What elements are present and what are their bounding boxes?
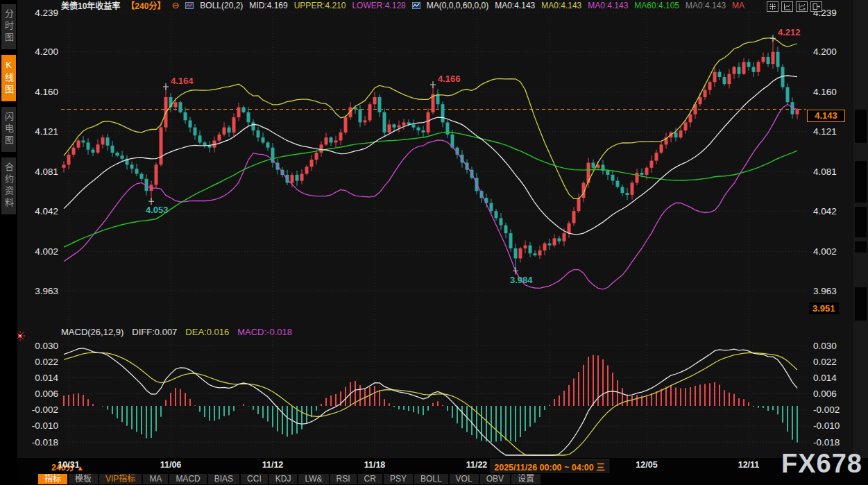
toolbar-item-MA[interactable]: MA bbox=[143, 474, 168, 484]
diff-line bbox=[64, 348, 797, 455]
svg-text:4.212: 4.212 bbox=[778, 27, 801, 37]
pane-shift-right-icon[interactable] bbox=[796, 1, 808, 12]
sidebar-tab-3[interactable]: 合约资料 bbox=[1, 158, 16, 214]
svg-text:4.053: 4.053 bbox=[146, 205, 169, 215]
ma-value: MA bbox=[732, 1, 744, 10]
svg-text:4.166: 4.166 bbox=[438, 74, 461, 84]
svg-text:4.121: 4.121 bbox=[813, 126, 837, 137]
ma-values: MA0:4.143MA0:4.143MA0:4.143MA60:4.105MA0… bbox=[495, 1, 744, 10]
x-axis-label: 10/31 bbox=[58, 460, 79, 470]
ma60-line bbox=[64, 132, 797, 247]
svg-text:4.164: 4.164 bbox=[171, 76, 194, 86]
macd-pane bbox=[64, 348, 797, 455]
svg-text:0.006: 0.006 bbox=[813, 389, 837, 399]
toolbar-item-CCI[interactable]: CCI bbox=[241, 474, 268, 484]
svg-text:3.963: 3.963 bbox=[35, 286, 58, 296]
x-axis-row: 240分 ▲ 10/3111/0611/1211/1811/222025/11/… bbox=[0, 458, 868, 473]
collapse-indicator-icon[interactable]: ⊖ bbox=[171, 0, 179, 10]
ma-chart-icon[interactable] bbox=[412, 1, 420, 10]
price-annotations: 4.1644.0534.1663.9844.212 bbox=[146, 27, 801, 284]
ma-value: MA0:4.143 bbox=[686, 1, 726, 10]
crosshair-icon[interactable] bbox=[767, 1, 778, 12]
toolbar-item-PSY[interactable]: PSY bbox=[384, 474, 413, 484]
ma-value: MA0:4.143 bbox=[495, 1, 535, 10]
fx678-watermark: FX678 bbox=[781, 450, 862, 477]
toolbar-item-BOLL[interactable]: BOLL bbox=[414, 474, 448, 484]
collapse-panel-icon[interactable] bbox=[810, 1, 822, 12]
macd-value: MACD:-0.018 bbox=[237, 327, 292, 337]
svg-text:4.002: 4.002 bbox=[813, 246, 837, 257]
toolbar-item-VOL[interactable]: VOL bbox=[450, 474, 479, 484]
kline-macd-chart-canvas[interactable]: 4.2394.2394.2004.2004.1604.1604.1214.121… bbox=[0, 0, 868, 485]
svg-text:4.200: 4.200 bbox=[813, 46, 837, 57]
boll-lower-value: LOWER:4.128 bbox=[352, 1, 405, 10]
svg-text:4.160: 4.160 bbox=[35, 87, 58, 97]
svg-text:4.002: 4.002 bbox=[35, 246, 58, 257]
svg-text:4.200: 4.200 bbox=[35, 46, 58, 57]
toolbar-item-VIP指标[interactable]: VIP指标 bbox=[99, 474, 142, 484]
boll-chart-icon[interactable] bbox=[185, 1, 194, 10]
low-price-badge: 3.951 bbox=[809, 303, 839, 314]
macd-dea-value: DEA:0.016 bbox=[185, 327, 229, 337]
svg-text:0.014: 0.014 bbox=[35, 373, 58, 383]
pane-shift-left-icon[interactable] bbox=[781, 1, 793, 12]
svg-text:0.014: 0.014 bbox=[813, 373, 837, 383]
toolbar-item-LW&[interactable]: LW& bbox=[298, 474, 328, 484]
indicator-header: 美债10年收益率 【240分】 ⊖ BOLL(20,2) MID:4.169 U… bbox=[61, 0, 744, 10]
svg-text:4.042: 4.042 bbox=[813, 206, 837, 216]
svg-text:0.030: 0.030 bbox=[813, 341, 837, 351]
sidebar-tab-1[interactable]: K线图 bbox=[1, 55, 16, 101]
trading-app-window: 4.2394.2394.2004.2004.1604.1604.1214.121… bbox=[0, 0, 868, 485]
ma-value: MA0:4.143 bbox=[588, 1, 628, 10]
symbol-title: 美债10年收益率 bbox=[61, 0, 120, 11]
chart-tool-buttons bbox=[767, 1, 822, 12]
toolbar-item-设置[interactable]: 设置 bbox=[511, 474, 541, 484]
toolbar-item-OBV[interactable]: OBV bbox=[480, 474, 510, 484]
svg-text:4.121: 4.121 bbox=[35, 126, 58, 137]
macd-header: MACD(26,12,9) DIFF:0.007 DEA:0.016 MACD:… bbox=[61, 326, 292, 337]
right-scroll-strip[interactable] bbox=[853, 0, 868, 458]
boll-lower-line bbox=[64, 105, 797, 289]
toolbar-item-模板[interactable]: 模板 bbox=[69, 474, 98, 484]
svg-text:4.239: 4.239 bbox=[35, 8, 58, 18]
ma-value: MA60:4.105 bbox=[634, 1, 679, 10]
svg-text:0.022: 0.022 bbox=[813, 357, 837, 367]
boll-mid-line bbox=[64, 76, 797, 235]
svg-text:4.160: 4.160 bbox=[813, 87, 837, 97]
sidebar-tab-0[interactable]: 分时图 bbox=[1, 4, 16, 49]
svg-text:-0.002: -0.002 bbox=[32, 405, 58, 415]
left-sidebar: 分时图K线图闪电图合约资料 bbox=[0, 0, 17, 485]
current-price-badge: 4.143 bbox=[807, 110, 845, 122]
svg-text:3.984: 3.984 bbox=[510, 275, 533, 285]
indicator-toolbar: 指标模板VIP指标MAMACDBIASCCIKDJLW&RSICRPSYBOLL… bbox=[0, 473, 868, 485]
macd-params-label: MACD(26,12,9) bbox=[61, 327, 124, 337]
toolbar-item-CR[interactable]: CR bbox=[358, 474, 382, 484]
x-axis-label: 12/05 bbox=[636, 460, 657, 470]
x-axis-label: 12/11 bbox=[738, 460, 760, 470]
toolbar-item-RSI[interactable]: RSI bbox=[330, 474, 357, 484]
x-axis-label: 11/18 bbox=[364, 460, 386, 470]
toolbar-item-KDJ[interactable]: KDJ bbox=[269, 474, 298, 484]
period-tag: 【240分】 bbox=[126, 0, 165, 11]
toolbar-item-BIAS[interactable]: BIAS bbox=[208, 474, 239, 484]
svg-text:-0.018: -0.018 bbox=[32, 437, 58, 448]
svg-text:0.022: 0.022 bbox=[35, 357, 58, 367]
ma-params-label: MA(0,0,0,60,0,0) bbox=[427, 1, 488, 10]
x-axis-label: 11/22 bbox=[466, 460, 488, 470]
x-axis-selected-date: 2025/11/26 00:00 ~ 04:00 三 bbox=[491, 460, 609, 473]
svg-text:-0.010: -0.010 bbox=[813, 420, 840, 431]
boll-label: BOLL(20,2) bbox=[200, 1, 243, 10]
toolbar-item-MACD[interactable]: MACD bbox=[169, 474, 206, 484]
x-axis-label: 11/12 bbox=[262, 460, 284, 470]
dea-line bbox=[64, 352, 797, 455]
svg-text:-0.002: -0.002 bbox=[813, 405, 840, 415]
sidebar-tab-2[interactable]: 闪电图 bbox=[1, 107, 16, 152]
x-axis-label: 11/06 bbox=[160, 460, 182, 470]
boll-upper-line bbox=[64, 38, 797, 199]
svg-text:3.963: 3.963 bbox=[813, 286, 837, 296]
svg-text:0.030: 0.030 bbox=[35, 341, 58, 351]
svg-text:-0.010: -0.010 bbox=[32, 420, 58, 431]
macd-diff-value: DIFF:0.007 bbox=[132, 327, 177, 337]
svg-text:4.081: 4.081 bbox=[813, 167, 837, 177]
toolbar-item-指标[interactable]: 指标 bbox=[38, 474, 67, 484]
